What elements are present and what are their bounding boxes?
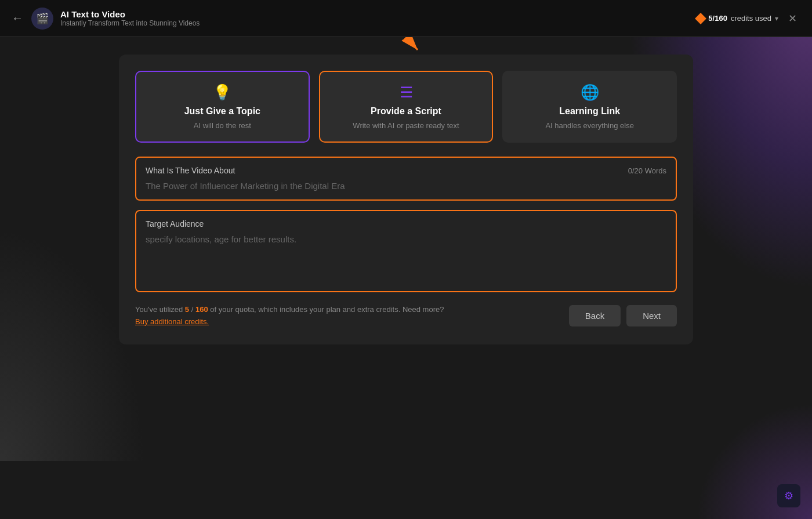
topic-input-header: What Is The Video About 0/20 Words [146, 166, 666, 175]
credits-count: 5/160 [708, 14, 727, 23]
tabs-row: 💡 Just Give a Topic AI will do the rest … [135, 71, 677, 143]
credits-total-num: 160 [195, 305, 208, 314]
target-audience-section: Target Audience [135, 210, 677, 292]
credits-info-text2: of your quota, which includes your plan … [208, 305, 444, 314]
word-count: 0/20 Words [628, 166, 666, 175]
chevron-down-icon[interactable]: ▾ [775, 14, 778, 23]
tab-script-title: Provide a Script [371, 106, 441, 117]
credits-info-text1: You've utilized [135, 305, 185, 314]
logo-icon: 🎬 [36, 12, 49, 25]
diamond-icon [695, 13, 706, 24]
tab-topic-title: Just Give a Topic [184, 106, 260, 117]
tab-provide-script[interactable]: ☰ Provide a Script Write with AI or past… [319, 71, 494, 143]
tab-learning-link[interactable]: 🌐 Learning Link AI handles everything el… [502, 71, 677, 143]
app-title: AI Text to Video [60, 9, 200, 19]
topic-input-section: What Is The Video About 0/20 Words [135, 157, 677, 201]
back-button-footer[interactable]: Back [569, 305, 621, 326]
tab-just-give-topic[interactable]: 💡 Just Give a Topic AI will do the rest [135, 71, 310, 143]
chat-icon: ⚙ [784, 489, 793, 502]
next-button[interactable]: Next [626, 305, 677, 326]
close-button[interactable]: ✕ [784, 10, 800, 27]
bulb-icon: 💡 [213, 84, 231, 101]
footer-buttons: Back Next [569, 305, 677, 326]
header-right: 5/160 credits used ▾ ✕ [697, 10, 800, 27]
panel-footer: You've utilized 5 / 160 of your quota, w… [135, 304, 677, 328]
tab-link-title: Learning Link [559, 106, 620, 117]
header-title-group: AI Text to Video Instantly Transform Tex… [60, 9, 200, 27]
chat-icon-button[interactable]: ⚙ [777, 484, 800, 507]
tab-topic-subtitle: AI will do the rest [194, 121, 251, 130]
topic-label: What Is The Video About [146, 166, 235, 175]
app-subtitle: Instantly Transform Text into Stunning V… [60, 19, 200, 27]
credits-separator: / [189, 305, 195, 314]
credits-badge[interactable]: 5/160 credits used ▾ [697, 14, 778, 23]
credits-info: You've utilized 5 / 160 of your quota, w… [135, 304, 444, 328]
header: ← 🎬 AI Text to Video Instantly Transform… [0, 0, 812, 37]
tab-script-subtitle: Write with AI or paste ready text [353, 121, 459, 130]
main-content: 💡 Just Give a Topic AI will do the rest … [0, 37, 812, 519]
globe-icon: 🌐 [581, 84, 599, 101]
buy-credits-link[interactable]: Buy additional credits. [135, 317, 209, 326]
script-icon: ☰ [400, 84, 413, 101]
tab-link-subtitle: AI handles everything else [545, 121, 633, 130]
back-button[interactable]: ← [12, 12, 23, 25]
credits-label: credits used [731, 14, 771, 23]
credits-used-num: 5 [185, 305, 189, 314]
topic-input[interactable] [146, 181, 666, 191]
target-label: Target Audience [146, 219, 666, 228]
target-audience-input[interactable] [146, 234, 666, 281]
main-panel: 💡 Just Give a Topic AI will do the rest … [119, 55, 693, 344]
app-logo: 🎬 [31, 8, 53, 30]
